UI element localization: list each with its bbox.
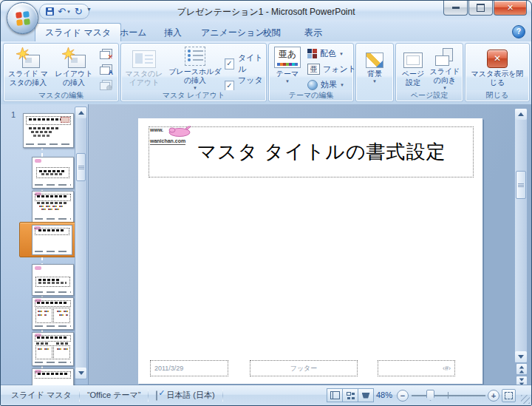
vertical-scrollbar[interactable] bbox=[514, 108, 528, 363]
tab-review[interactable]: 校閲 bbox=[253, 24, 290, 41]
zoom-out-button[interactable]: − bbox=[397, 390, 409, 402]
background-styles-button[interactable]: 背景 ▼ bbox=[358, 46, 391, 90]
thumbnail-scrollbar-thumb[interactable] bbox=[76, 153, 86, 181]
slide-canvas[interactable]: www. wanichan.com マスタ タイトルの書式設定 2011/3/2… bbox=[138, 118, 482, 384]
scroll-down-icon[interactable] bbox=[515, 351, 527, 362]
logo-text-domain: wanichan.com bbox=[150, 138, 185, 145]
preserve-button[interactable] bbox=[98, 78, 114, 91]
group-edit-master: スライド マスタの挿入 レイアウトの挿入 ✕ A マスタの編集 bbox=[3, 43, 119, 102]
insert-placeholder-button[interactable]: プレースホルダの挿入 ▼ bbox=[166, 46, 225, 90]
thumbnail-layout-title[interactable] bbox=[32, 157, 74, 189]
thumbnail-layout-two-content[interactable] bbox=[32, 297, 74, 330]
zoom-slider-track[interactable] bbox=[412, 395, 485, 396]
thumbnail-layout-title-content[interactable] bbox=[32, 191, 74, 223]
status-bar: スライド マスタ “Office テーマ” 日本語 (日本) 48% − + bbox=[1, 385, 531, 405]
footer-text: フッター bbox=[290, 364, 318, 373]
thumbnail-layout-title-only-2[interactable] bbox=[32, 368, 74, 385]
themes-icon: 亜あ bbox=[274, 46, 301, 68]
theme-colors-button[interactable]: 配色 ▼ bbox=[307, 48, 344, 59]
status-view-name[interactable]: スライド マスタ bbox=[4, 390, 79, 401]
tab-home[interactable]: ホーム bbox=[110, 24, 157, 41]
group-label-page-setup: ページ設定 bbox=[397, 90, 462, 101]
wanichan-logo: www. wanichan.com bbox=[150, 127, 196, 146]
fit-to-window-button[interactable] bbox=[502, 389, 516, 402]
close-button[interactable]: ✕ bbox=[494, 1, 527, 16]
group-master-layout: マスタのレイアウト プレースホルダの挿入 ▼ ✓ タイトル ✓ フッター マスタ… bbox=[120, 43, 267, 102]
office-logo-icon bbox=[16, 11, 30, 26]
slide-orientation-button[interactable]: スライドの向き ▼ bbox=[429, 46, 460, 90]
thumbnail-layout-title-only-selected[interactable] bbox=[32, 225, 72, 255]
theme-fonts-label: フォント bbox=[323, 64, 356, 75]
thumbnail-slide-master[interactable] bbox=[23, 113, 74, 148]
spelling-status-button[interactable] bbox=[149, 391, 165, 400]
page-setup-icon bbox=[403, 46, 423, 68]
zoom-slider-thumb[interactable] bbox=[426, 390, 434, 401]
insert-placeholder-icon bbox=[185, 46, 205, 66]
theme-colors-label: 配色 bbox=[320, 48, 336, 59]
title-placeholder[interactable]: マスタ タイトルの書式設定 bbox=[149, 126, 474, 177]
maximize-button[interactable] bbox=[468, 1, 493, 16]
insert-layout-button[interactable]: レイアウトの挿入 bbox=[52, 46, 95, 90]
title-checkbox-check-icon: ✓ bbox=[225, 58, 234, 70]
zoom-slider-center-tick bbox=[448, 392, 449, 399]
help-button[interactable]: ? bbox=[512, 25, 525, 38]
zoom-in-button[interactable]: + bbox=[488, 390, 499, 402]
normal-view-button[interactable] bbox=[327, 388, 343, 402]
title-checkbox[interactable]: ✓ タイトル bbox=[225, 53, 266, 75]
slide-number-placeholder[interactable]: ‹#› bbox=[378, 360, 455, 376]
thumbnail-selected-frame bbox=[19, 222, 76, 257]
master-layout-icon bbox=[132, 46, 156, 68]
thumbnail-layout-comparison[interactable] bbox=[32, 332, 74, 366]
footer-placeholder[interactable]: フッター bbox=[250, 360, 358, 376]
status-language[interactable]: 日本語 (日本) bbox=[165, 390, 222, 401]
previous-slide-button[interactable] bbox=[516, 363, 528, 375]
scroll-up-icon[interactable] bbox=[515, 109, 527, 120]
insert-slide-master-button[interactable]: スライド マスタの挿入 bbox=[5, 46, 51, 90]
page-setup-button[interactable]: ページ設定 bbox=[398, 46, 428, 90]
thumbnail-scroll-down-icon[interactable] bbox=[75, 368, 86, 379]
zoom-level[interactable]: 48% bbox=[376, 390, 392, 399]
slide-sorter-view-button[interactable] bbox=[342, 388, 358, 402]
theme-effects-icon bbox=[307, 80, 318, 90]
tab-view[interactable]: 表示 bbox=[295, 24, 332, 41]
close-master-view-button[interactable]: ✕ マスタ表示を閉じる bbox=[468, 46, 526, 90]
rename-button[interactable]: A bbox=[98, 62, 114, 75]
theme-colors-icon bbox=[307, 49, 317, 58]
themes-dropdown-icon[interactable]: ▼ bbox=[285, 79, 290, 84]
rename-icon: A bbox=[100, 64, 112, 74]
slide-sorter-icon bbox=[347, 392, 355, 399]
close-icon: ✕ bbox=[507, 3, 514, 13]
normal-view-icon bbox=[330, 391, 340, 399]
themes-button[interactable]: 亜あ テーマ ▼ bbox=[270, 46, 304, 90]
date-placeholder[interactable]: 2011/3/29 bbox=[150, 360, 228, 376]
master-layout-button[interactable]: マスタのレイアウト bbox=[124, 46, 164, 90]
view-shortcut-buttons bbox=[327, 388, 374, 402]
close-master-view-icon: ✕ bbox=[487, 50, 508, 68]
delete-icon: ✕ bbox=[100, 49, 112, 58]
theme-colors-dropdown-icon[interactable]: ▼ bbox=[339, 52, 344, 56]
slideshow-view-button[interactable] bbox=[358, 388, 374, 402]
slide-orientation-label: スライドの向き bbox=[429, 67, 460, 85]
group-background: 背景 ▼ bbox=[355, 43, 394, 102]
tab-insert[interactable]: 挿入 bbox=[154, 24, 191, 41]
title-bar[interactable]: ↶▼ ↻ ▼ プレゼンテーション1 - Microsoft PowerPoint… bbox=[1, 1, 531, 22]
preserve-icon bbox=[100, 80, 112, 89]
tab-slide-master[interactable]: スライド マスタ bbox=[35, 23, 121, 42]
theme-effects-button[interactable]: 効果 ▼ bbox=[307, 79, 344, 90]
thumbnail-layout-section-header[interactable] bbox=[32, 264, 74, 296]
slide-thumbnail-panel: 1 bbox=[1, 104, 89, 385]
status-theme-name[interactable]: “Office テーマ” bbox=[80, 390, 148, 401]
insert-layout-label: レイアウトの挿入 bbox=[52, 70, 95, 87]
resize-grip[interactable] bbox=[521, 395, 530, 404]
delete-button[interactable]: ✕ bbox=[98, 47, 114, 60]
thumbnail-scroll-up-icon[interactable] bbox=[75, 107, 86, 118]
minimize-icon bbox=[452, 7, 460, 9]
thumbnail-scrollbar[interactable] bbox=[75, 106, 87, 379]
minimize-button[interactable] bbox=[443, 1, 468, 16]
background-dropdown-icon[interactable]: ▼ bbox=[372, 79, 377, 84]
group-label-close: 閉じる bbox=[466, 90, 528, 101]
scrollbar-thumb[interactable] bbox=[516, 171, 526, 199]
theme-effects-dropdown-icon[interactable]: ▼ bbox=[340, 83, 344, 87]
office-button[interactable] bbox=[7, 2, 38, 34]
background-styles-label: 背景 bbox=[367, 70, 382, 78]
